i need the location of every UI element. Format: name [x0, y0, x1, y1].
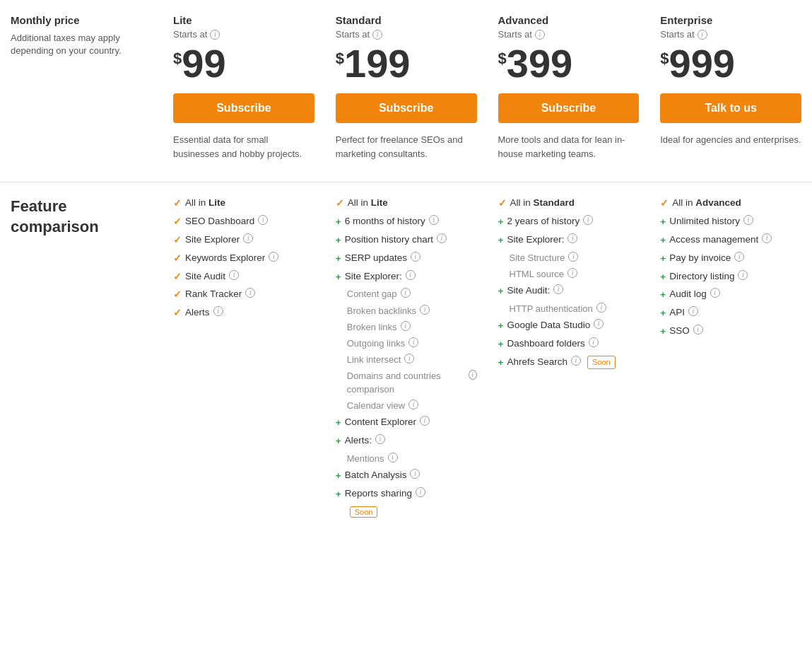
price-dollar-enterprise: $ [660, 50, 669, 68]
feature-name-access-management: Access management [669, 233, 758, 247]
feature-comparison-title: Feature comparison [11, 197, 152, 237]
info-icon-serp-updates[interactable]: i [411, 252, 420, 262]
feature-name-ahrefs-search: Ahrefs Search [507, 356, 567, 369]
feature-reports-sharing: + Reports sharing i [336, 487, 477, 501]
plus-icon: + [498, 285, 504, 298]
info-icon-outgoing-links[interactable]: i [408, 337, 418, 347]
feature-name-seo-dashboard: SEO Dashboard [185, 215, 254, 228]
pricing-col-advanced: Advanced Starts at i $ 399 Subscribe Mor… [488, 14, 650, 161]
soon-label-reports: Soon [350, 506, 378, 518]
info-icon-broken-backlinks[interactable]: i [420, 305, 430, 315]
feature-name-serp-updates: SERP updates [345, 252, 407, 265]
info-icon-rank-tracker[interactable]: i [245, 288, 255, 298]
plus-icon: + [498, 356, 504, 370]
subscribe-button-standard[interactable]: Subscribe [336, 93, 477, 123]
feature-name-alerts: Alerts [185, 306, 210, 320]
price-display-enterprise: $ 999 [660, 44, 801, 83]
feature-google-data-studio: + Google Data Studio i [498, 319, 640, 333]
info-icon-content-explorer[interactable]: i [420, 416, 430, 426]
price-amount-lite: 99 [182, 44, 225, 83]
feature-header-lite: ✓ All in Lite [173, 197, 314, 211]
feature-header-advanced: ✓ All in Standard [498, 197, 640, 211]
info-icon-unlimited-history[interactable]: i [743, 215, 753, 225]
info-icon-site-audit[interactable]: i [229, 270, 239, 280]
info-icon-site-audit-adv[interactable]: i [553, 284, 563, 294]
check-icon: ✓ [173, 252, 182, 266]
info-icon-site-explorer[interactable]: i [243, 233, 253, 243]
plan-name-lite: Lite [173, 14, 314, 26]
price-display-lite: $ 99 [173, 44, 314, 83]
info-icon-directory-listing[interactable]: i [738, 270, 748, 280]
info-icon-reports-sharing[interactable]: i [416, 487, 425, 497]
feature-col-enterprise: ✓ All in Advanced + Unlimited history i … [649, 197, 812, 518]
info-icon-site-explorer-adv[interactable]: i [567, 233, 577, 243]
info-icon-mentions[interactable]: i [388, 453, 398, 462]
subscribe-button-lite[interactable]: Subscribe [173, 93, 314, 123]
soon-badge-reports: Soon [347, 506, 477, 518]
info-icon-api[interactable]: i [688, 306, 698, 316]
subitem-label-calendar-view: Calendar view [347, 400, 405, 412]
info-icon-keywords-explorer[interactable]: i [269, 252, 278, 262]
info-icon-lite[interactable]: i [210, 30, 220, 40]
subitem-outgoing-links: Outgoing links i [347, 337, 477, 350]
starts-at-enterprise: Starts at i [660, 29, 801, 40]
subscribe-button-advanced[interactable]: Subscribe [498, 93, 640, 123]
info-icon-6months[interactable]: i [429, 215, 439, 225]
info-icon-audit-log[interactable]: i [710, 288, 720, 298]
talk-to-us-button[interactable]: Talk to us [660, 93, 801, 123]
info-icon-seo-dashboard[interactable]: i [258, 215, 268, 225]
plus-icon: + [660, 271, 666, 284]
feature-name-keywords-explorer: Keywords Explorer [185, 252, 265, 265]
pricing-col-standard: Standard Starts at i $ 199 Subscribe Per… [325, 14, 488, 161]
feature-api: + API i [660, 306, 801, 320]
info-icon-content-gap[interactable]: i [401, 288, 411, 298]
info-icon-calendar-view[interactable]: i [408, 400, 418, 409]
info-icon-alerts[interactable]: i [213, 306, 223, 316]
info-icon-broken-links[interactable]: i [401, 321, 411, 331]
info-icon-dashboard-folders[interactable]: i [589, 337, 599, 347]
info-icon-position-history[interactable]: i [437, 233, 447, 243]
info-icon-site-explorer-std[interactable]: i [406, 270, 416, 280]
plan-name-advanced: Advanced [498, 14, 640, 26]
info-icon-google-data-studio[interactable]: i [594, 319, 604, 329]
feature-name-directory-listing: Directory listing [669, 270, 734, 284]
feature-header-standard: ✓ All in Lite [336, 197, 477, 211]
feature-site-explorer-adv: + Site Explorer: i [498, 233, 640, 248]
info-icon-advanced[interactable]: i [535, 30, 545, 40]
feature-name-site-explorer-std: Site Explorer: [345, 270, 402, 284]
info-icon-batch-analysis[interactable]: i [410, 469, 420, 479]
plan-name-standard: Standard [336, 14, 477, 26]
feature-name-pay-by-invoice: Pay by invoice [669, 252, 731, 265]
info-icon-2years[interactable]: i [583, 215, 593, 225]
info-icon-pay-by-invoice[interactable]: i [734, 252, 744, 262]
info-icon-http-auth[interactable]: i [596, 303, 606, 313]
plus-icon: + [498, 338, 504, 351]
info-icon-access-management[interactable]: i [762, 233, 772, 243]
info-icon-sso[interactable]: i [693, 325, 703, 334]
info-icon-ahrefs-search[interactable]: i [571, 356, 581, 366]
info-icon-alerts-std[interactable]: i [375, 434, 385, 444]
subitem-html-source: HTML source i [510, 268, 640, 281]
info-icon-enterprise[interactable]: i [698, 30, 707, 40]
plus-icon: + [660, 289, 666, 302]
monthly-price-label: Monthly price [11, 14, 152, 26]
feature-site-audit: ✓ Site Audit i [173, 270, 314, 284]
info-icon-html-source[interactable]: i [567, 268, 577, 278]
feature-header-advanced-label: All in Standard [510, 197, 575, 210]
feature-dashboard-folders: + Dashboard folders i [498, 337, 640, 351]
info-icon-domains-countries[interactable]: i [469, 370, 477, 380]
feature-site-explorer: ✓ Site Explorer i [173, 233, 314, 248]
info-icon-site-structure[interactable]: i [568, 252, 578, 262]
soon-badge-ahrefs-search: Soon [587, 356, 616, 369]
checkmark-icon: ✓ [336, 197, 344, 211]
feature-2years: + 2 years of history i [498, 215, 640, 229]
subitem-label-http-auth: HTTP authentication [510, 303, 593, 315]
feature-col-standard: ✓ All in Lite + 6 months of history i + … [325, 197, 488, 518]
info-icon-standard[interactable]: i [372, 30, 382, 40]
feature-rank-tracker: ✓ Rank Tracker i [173, 288, 314, 302]
info-icon-link-intersect[interactable]: i [404, 354, 414, 363]
price-amount-advanced: 399 [507, 44, 572, 83]
feature-site-explorer-std: + Site Explorer: i [336, 270, 477, 284]
plus-icon: + [498, 320, 504, 333]
feature-serp-updates: + SERP updates i [336, 252, 477, 266]
